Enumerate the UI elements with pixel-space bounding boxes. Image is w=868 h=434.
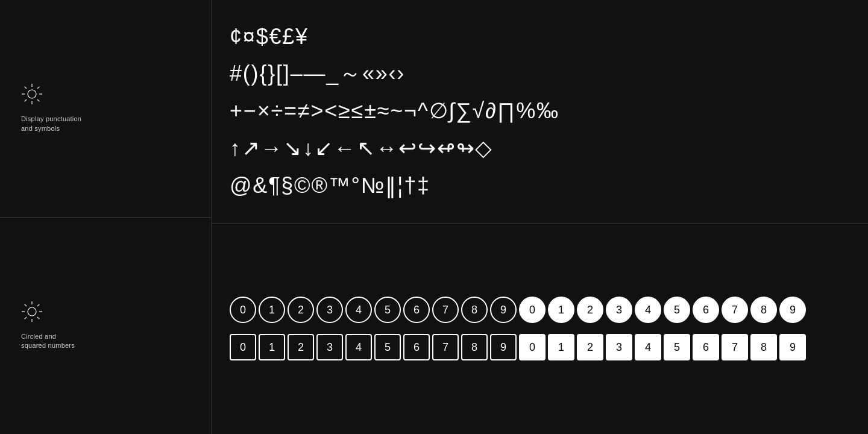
sidebar: Display punctuationand symbols Circled a… (0, 0, 211, 434)
sun-icon-2 (21, 301, 43, 322)
circled-7-filled: 7 (722, 297, 748, 323)
page-container: Display punctuationand symbols Circled a… (0, 0, 868, 434)
svg-line-16 (37, 304, 40, 306)
svg-point-9 (28, 307, 36, 316)
circled-0-outline: 0 (230, 297, 256, 323)
squared-5-outline: 5 (374, 334, 401, 360)
circled-4-filled: 4 (635, 297, 661, 323)
svg-line-14 (25, 304, 27, 306)
svg-line-6 (37, 99, 40, 102)
squared-numbers-row: 0 1 2 3 4 5 6 7 8 9 0 1 2 3 4 5 6 7 8 9 (230, 334, 868, 360)
squared-2-outline: 2 (288, 334, 314, 360)
squared-7-filled: 7 (722, 334, 748, 360)
main-content: ¢¤$€£¥ #(){}[]–—_～«»‹› +−×÷=≠><≥≤±≈~¬^∅∫… (211, 0, 868, 434)
numbers-label: Circled andsquared numbers (21, 332, 75, 351)
squared-6-outline: 6 (403, 334, 430, 360)
sidebar-section-numbers: Circled andsquared numbers (0, 218, 211, 435)
squared-5-filled: 5 (664, 334, 690, 360)
svg-line-8 (25, 99, 27, 102)
svg-point-0 (28, 90, 36, 98)
squared-0-filled: 0 (519, 334, 546, 360)
svg-line-17 (25, 317, 27, 319)
symbol-row-currency: ¢¤$€£¥ (230, 23, 868, 51)
circled-4-outline: 4 (345, 297, 372, 323)
circled-0-filled: 0 (519, 297, 546, 323)
squared-4-filled: 4 (635, 334, 661, 360)
sun-icon (21, 83, 43, 105)
circled-9-outline: 9 (490, 297, 517, 323)
circled-2-outline: 2 (288, 297, 314, 323)
squared-3-outline: 3 (316, 334, 343, 360)
numbers-section: 0 1 2 3 4 5 6 7 8 9 0 1 2 3 4 5 6 7 8 9 (212, 224, 868, 435)
sidebar-section-punctuation: Display punctuationand symbols (0, 0, 211, 218)
squared-9-outline: 9 (490, 334, 517, 360)
circled-7-outline: 7 (432, 297, 459, 323)
svg-line-5 (25, 87, 27, 89)
squared-7-outline: 7 (432, 334, 459, 360)
squared-6-filled: 6 (693, 334, 719, 360)
circled-9-filled: 9 (779, 297, 806, 323)
squared-0-outline: 0 (230, 334, 256, 360)
circled-3-filled: 3 (606, 297, 632, 323)
circled-8-filled: 8 (750, 297, 777, 323)
symbol-row-math: +−×÷=≠><≥≤±≈~¬^∅∫∑√∂∏%‰ (230, 97, 868, 125)
circled-8-outline: 8 (461, 297, 488, 323)
circled-6-filled: 6 (693, 297, 719, 323)
svg-line-15 (37, 317, 40, 319)
circled-3-outline: 3 (316, 297, 343, 323)
circled-2-filled: 2 (577, 297, 603, 323)
symbol-row-misc: @&¶§©®™°№‖¦†‡ (230, 172, 868, 200)
circled-5-filled: 5 (664, 297, 690, 323)
symbol-section: ¢¤$€£¥ #(){}[]–—_～«»‹› +−×÷=≠><≥≤±≈~¬^∅∫… (212, 0, 868, 224)
squared-4-outline: 4 (345, 334, 372, 360)
circled-5-outline: 5 (374, 297, 401, 323)
squared-1-outline: 1 (259, 334, 285, 360)
circled-6-outline: 6 (403, 297, 430, 323)
squared-8-outline: 8 (461, 334, 488, 360)
svg-line-7 (37, 87, 40, 89)
squared-8-filled: 8 (750, 334, 777, 360)
circled-1-outline: 1 (259, 297, 285, 323)
punctuation-label: Display punctuationand symbols (21, 115, 81, 133)
squared-3-filled: 3 (606, 334, 632, 360)
squared-9-filled: 9 (779, 334, 806, 360)
circled-1-filled: 1 (548, 297, 574, 323)
symbol-row-punctuation: #(){}[]–—_～«»‹› (230, 60, 868, 88)
circled-numbers-row: 0 1 2 3 4 5 6 7 8 9 0 1 2 3 4 5 6 7 8 9 (230, 297, 868, 323)
squared-1-filled: 1 (548, 334, 574, 360)
squared-2-filled: 2 (577, 334, 603, 360)
symbol-row-arrows: ↑↗→↘↓↙←↖↔↩↪↫↬◇ (230, 134, 868, 163)
